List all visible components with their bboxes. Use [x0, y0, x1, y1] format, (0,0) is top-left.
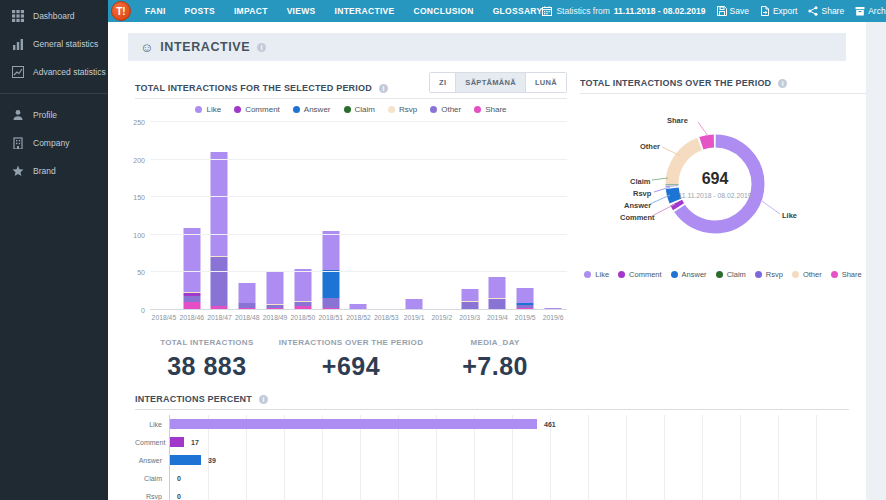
- bar-column-2018-50[interactable]: [289, 122, 317, 310]
- bar-column-2018-52[interactable]: [345, 122, 373, 310]
- legend-item-share[interactable]: Share: [831, 270, 862, 279]
- export-button[interactable]: Export: [760, 6, 798, 16]
- info-icon[interactable]: i: [257, 43, 266, 52]
- v-gridline: [360, 433, 361, 451]
- info-icon[interactable]: i: [379, 84, 388, 93]
- bar-segment-like: [183, 228, 200, 292]
- percent-bar-answer[interactable]: [170, 455, 201, 465]
- nav-item-conclusion[interactable]: CONCLUSION: [414, 6, 474, 16]
- legend-item-rsvp[interactable]: Rsvp: [755, 270, 783, 279]
- bar-column-2018-51[interactable]: [317, 122, 345, 310]
- bar-column-2019-4[interactable]: [484, 122, 512, 310]
- legend-dot: [388, 106, 395, 113]
- v-gridline: [550, 487, 551, 500]
- percent-value: 0: [177, 493, 181, 500]
- x-tick-label: 2019/3: [456, 314, 484, 321]
- percent-bar-comment[interactable]: [170, 437, 184, 447]
- x-tick-label: 2018/53: [372, 314, 400, 321]
- v-gridline: [512, 451, 513, 469]
- action-label: Share: [821, 6, 844, 16]
- legend-item-claim[interactable]: Claim: [344, 105, 375, 114]
- bar-column-2019-5[interactable]: [511, 122, 539, 310]
- nav-item-impact[interactable]: IMPACT: [234, 6, 268, 16]
- sidebar-item-company[interactable]: Company: [0, 129, 108, 157]
- nav-item-posts[interactable]: POSTS: [185, 6, 215, 16]
- bar-stack: [461, 289, 478, 310]
- bar-column-2018-45[interactable]: [150, 122, 178, 310]
- v-gridline: [246, 433, 247, 451]
- bar-column-2018-46[interactable]: [178, 122, 206, 310]
- legend-item-answer[interactable]: Answer: [671, 270, 707, 279]
- share-button[interactable]: Share: [808, 6, 844, 16]
- bar-column-2018-48[interactable]: [233, 122, 261, 310]
- tab-saptamana[interactable]: SĂPTĂMÂNĂ: [455, 73, 525, 92]
- interactions-percent-chart: Like461Comment17Answer39Claim0Rsvp0: [135, 415, 849, 500]
- v-gridline: [512, 487, 513, 500]
- v-gridline: [284, 433, 285, 451]
- legend-item-other[interactable]: Other: [430, 105, 461, 114]
- percent-bar-like[interactable]: [170, 419, 537, 429]
- summary-stats: TOTAL INTERACTIONS 38 883 INTERACTIONS O…: [135, 338, 567, 381]
- period-tabs: ZI SĂPTĂMÂNĂ LUNĂ: [429, 72, 567, 93]
- bar-column-2018-53[interactable]: [372, 122, 400, 310]
- v-gridline: [778, 415, 779, 433]
- legend-item-share[interactable]: Share: [474, 105, 506, 114]
- v-gridline: [208, 487, 209, 500]
- legend-item-like[interactable]: Like: [584, 270, 609, 279]
- v-gridline: [778, 487, 779, 500]
- legend-item-like[interactable]: Like: [195, 105, 221, 114]
- date-range-label: Statistics from: [556, 6, 609, 16]
- bar-column-2019-1[interactable]: [400, 122, 428, 310]
- page-header: ☺ INTERACTIVE i: [128, 33, 846, 61]
- action-label: Archive: [868, 6, 886, 16]
- nav-item-views[interactable]: VIEWS: [287, 6, 316, 16]
- x-tick-label: 2018/45: [150, 314, 178, 321]
- percent-row-axis: 17: [169, 433, 849, 451]
- donut-callout-answer: Answer: [624, 201, 651, 210]
- info-icon[interactable]: i: [778, 79, 787, 88]
- bar-segment-other: [489, 299, 506, 309]
- nav-item-fani[interactable]: FANI: [145, 6, 166, 16]
- archive-button[interactable]: Archive: [855, 6, 886, 16]
- legend-label: Answer: [682, 270, 707, 279]
- legend-item-answer[interactable]: Answer: [293, 105, 331, 114]
- tab-luna[interactable]: LUNĂ: [525, 73, 566, 92]
- bar-stack: [239, 283, 256, 310]
- legend-item-other[interactable]: Other: [792, 270, 822, 279]
- v-gridline: [208, 433, 209, 451]
- v-gridline: [436, 451, 437, 469]
- nav-item-interactive[interactable]: INTERACTIVE: [335, 6, 395, 16]
- legend-item-comment[interactable]: Comment: [234, 105, 280, 114]
- y-tick-label: 200: [133, 156, 145, 163]
- bar-column-2019-3[interactable]: [456, 122, 484, 310]
- tab-zi[interactable]: ZI: [430, 73, 455, 92]
- save-button[interactable]: Save: [717, 6, 749, 16]
- app-logo[interactable]: T!: [111, 1, 131, 21]
- sidebar-item-general-statistics[interactable]: General statistics: [0, 30, 108, 58]
- legend-item-rsvp[interactable]: Rsvp: [388, 105, 417, 114]
- percent-title-wrap: INTERACTIONS PERCENT i: [135, 394, 268, 404]
- stat-value: 38 883: [135, 352, 279, 381]
- sidebar-item-advanced-statistics[interactable]: Advanced statistics: [0, 58, 108, 86]
- sidebar-item-dashboard[interactable]: Dashboard: [0, 2, 108, 30]
- bar-column-2019-2[interactable]: [428, 122, 456, 310]
- nav-item-glossary[interactable]: GLOSSARY: [493, 6, 543, 16]
- info-icon[interactable]: i: [259, 395, 268, 404]
- date-range-picker[interactable]: Statistics from 11.11.2018 - 08.02.2019: [542, 6, 705, 16]
- legend-label: Other: [803, 270, 822, 279]
- legend-label: Like: [595, 270, 609, 279]
- bar-segment-like: [322, 231, 339, 270]
- legend-item-claim[interactable]: Claim: [716, 270, 746, 279]
- v-gridline: [626, 487, 627, 500]
- v-gridline: [664, 487, 665, 500]
- x-tick-label: 2019/4: [484, 314, 512, 321]
- v-gridline: [816, 451, 817, 469]
- bar-column-2018-47[interactable]: [206, 122, 234, 310]
- bar-column-2018-49[interactable]: [261, 122, 289, 310]
- legend-item-comment[interactable]: Comment: [618, 270, 662, 279]
- bar-column-2019-6[interactable]: [539, 122, 567, 310]
- legend-label: Comment: [245, 105, 280, 114]
- v-gridline: [702, 415, 703, 433]
- sidebar-item-profile[interactable]: Profile: [0, 101, 108, 129]
- sidebar-item-brand[interactable]: Brand: [0, 157, 108, 185]
